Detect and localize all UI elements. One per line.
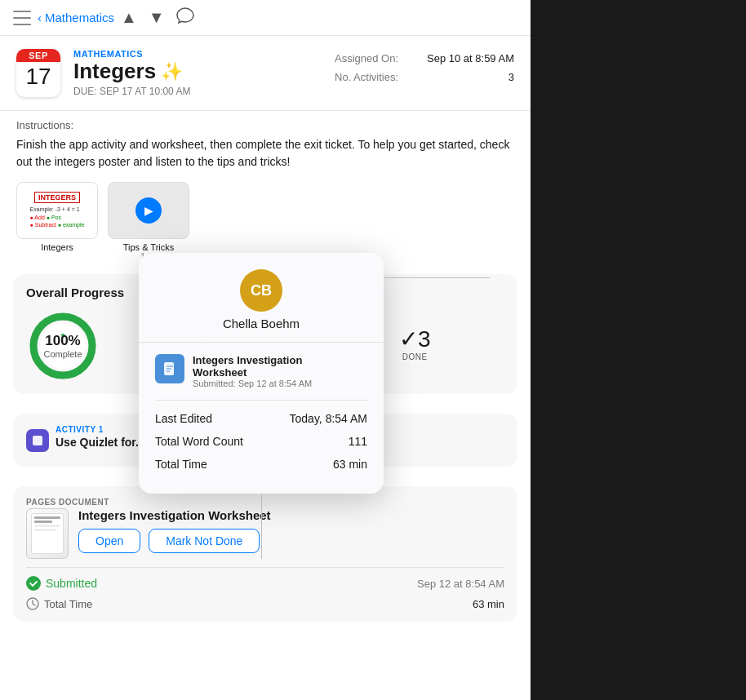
assigned-on-label: Assigned On: (335, 52, 398, 64)
cal-day: 17 (16, 62, 60, 91)
donut-label: Complete (43, 349, 82, 359)
popup-doc-icon (155, 354, 184, 383)
popup-doc-row: Integers Investigation Worksheet Submitt… (155, 354, 367, 401)
attachment-tips-tricks[interactable]: ▶ Tips & Tricks 1:20 (108, 182, 189, 261)
top-bar: ‹ Mathematics ▲ ▼ (0, 0, 531, 36)
instructions-title: Instructions: (16, 119, 514, 131)
instructions-text: Finish the app activity and worksheet, t… (16, 136, 514, 171)
popup-doc-info: Integers Investigation Worksheet Submitt… (193, 354, 313, 388)
up-arrow-icon[interactable]: ▲ (121, 8, 137, 27)
activity-icon (26, 429, 49, 452)
instructions-section: Instructions: Finish the app activity an… (0, 111, 531, 182)
video-thumb: ▶ (108, 182, 189, 239)
svg-rect-4 (33, 436, 42, 445)
submitted-row: Submitted Sep 12 at 8:54 AM (26, 567, 504, 591)
attachment-integers-poster[interactable]: INTEGERS Example: -3 + 4 = 1 ● Add ● Pos… (16, 182, 98, 261)
back-label: Mathematics (45, 11, 114, 24)
popup-avatar: CB (240, 269, 282, 312)
popup-doc-title: Integers Investigation Worksheet (193, 354, 313, 379)
comment-icon[interactable] (176, 7, 194, 28)
down-arrow-icon[interactable]: ▼ (149, 8, 165, 27)
popup-name: Chella Boehm (155, 317, 367, 330)
activity-title: Use Quizlet for... (56, 436, 145, 449)
submitted-badge: Submitted (26, 576, 97, 591)
activity-label: ACTIVITY 1 (56, 425, 145, 434)
main-panel: ‹ Mathematics ▲ ▼ SEP 17 MATHEMATICS Int… (0, 0, 531, 700)
popup-divider (139, 342, 384, 343)
due-date: DUE: SEP 17 AT 10:00 AM (73, 86, 322, 97)
header-section: SEP 17 MATHEMATICS Integers ✨ DUE: SEP 1… (0, 36, 531, 111)
total-time-row: Total Time 63 min (26, 597, 504, 610)
popup[interactable]: CB Chella Boehm Integers Investigation W… (139, 253, 384, 494)
integers-thumb: INTEGERS Example: -3 + 4 = 1 ● Add ● Pos… (16, 182, 98, 239)
dark-panel (531, 0, 746, 700)
popup-tail (261, 494, 262, 559)
doc-row: Integers Investigation Worksheet Open Ma… (26, 508, 504, 559)
document-section: PAGES DOCUMENT Integers Investigation Wo… (13, 486, 517, 622)
doc-name: Integers Investigation Worksheet (78, 508, 504, 522)
submitted-time: Sep 12 at 8:54 AM (417, 578, 504, 590)
top-icons: ▲ ▼ (121, 7, 194, 28)
sidebar-toggle[interactable] (13, 11, 31, 25)
chevron-left-icon: ‹ (38, 11, 42, 24)
popup-stat-total-time: Total Time 63 min (155, 458, 367, 471)
cal-month: SEP (16, 49, 60, 62)
sparkle-icon: ✨ (161, 61, 183, 82)
popup-stat-word-count: Total Word Count 111 (155, 435, 367, 448)
doc-thumbnail (26, 508, 69, 559)
popup-stat-last-edited: Last Edited Today, 8:54 AM (155, 412, 367, 425)
stat-done-label: DONE (402, 352, 428, 361)
assigned-on-row: Assigned On: Sep 10 at 8:59 AM (335, 52, 514, 64)
activities-label: No. Activities: (335, 71, 398, 83)
assigned-on-value: Sep 10 at 8:59 AM (427, 52, 514, 64)
submitted-label: Submitted (46, 577, 97, 590)
mark-not-done-button[interactable]: Mark Not Done (149, 529, 260, 553)
doc-type-label: PAGES DOCUMENT (26, 498, 504, 507)
stat-done-number: ✓3 (399, 326, 431, 352)
activities-row: No. Activities: 3 (335, 71, 514, 83)
open-button[interactable]: Open (78, 529, 140, 553)
popup-doc-submitted: Submitted: Sep 12 at 8:54 AM (193, 379, 313, 388)
doc-actions: Open Mark Not Done (78, 529, 504, 553)
subject-label: MATHEMATICS (73, 49, 322, 59)
video-label: Tips & Tricks (108, 242, 189, 252)
activities-value: 3 (508, 71, 514, 83)
doc-info: Integers Investigation Worksheet Open Ma… (78, 508, 504, 553)
meta-info: Assigned On: Sep 10 at 8:59 AM No. Activ… (335, 49, 514, 97)
donut-percent: 100% (43, 333, 82, 349)
donut-chart: ★ 100% Complete (26, 309, 100, 383)
total-time-label: Total Time (44, 598, 92, 610)
play-icon: ▶ (135, 197, 162, 224)
back-button[interactable]: ‹ Mathematics (38, 11, 114, 24)
integers-poster-label: Integers (16, 242, 98, 252)
assignment-title: Integers ✨ (73, 59, 322, 84)
svg-point-5 (26, 576, 41, 591)
calendar-icon: SEP 17 (16, 49, 60, 97)
total-time-value: 63 min (473, 598, 504, 610)
header-info: MATHEMATICS Integers ✨ DUE: SEP 17 AT 10… (73, 49, 322, 97)
